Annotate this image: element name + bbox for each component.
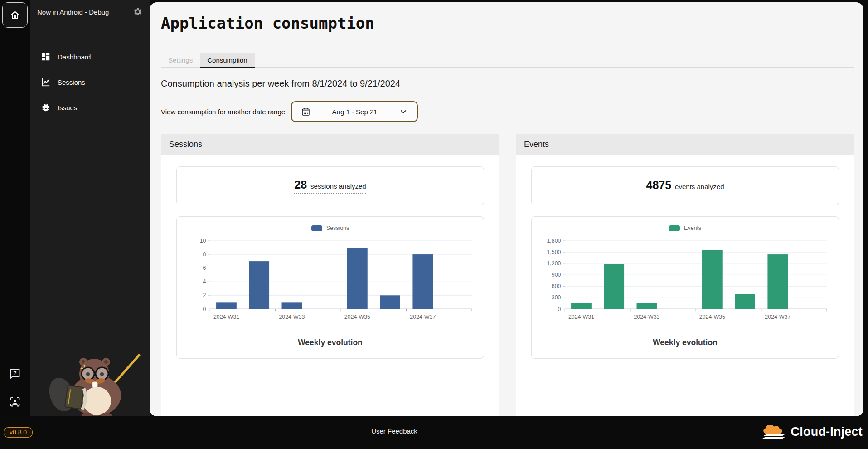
events-card: Events 4875 events analyzed Events 03006… bbox=[516, 134, 854, 416]
svg-text:600: 600 bbox=[552, 283, 561, 289]
svg-text:2024-W37: 2024-W37 bbox=[765, 314, 790, 320]
sidebar-item-label: Issues bbox=[58, 104, 77, 112]
app-selector-title[interactable]: Now in Android - Debug bbox=[37, 8, 109, 16]
svg-text:0: 0 bbox=[203, 306, 206, 312]
sessions-stat-value: 28 bbox=[294, 178, 307, 191]
svg-text:900: 900 bbox=[552, 272, 561, 278]
bug-icon bbox=[41, 102, 51, 112]
events-bar-chart: 03006009001,2001,5001,8002024-W312024-W3… bbox=[537, 237, 833, 332]
home-button[interactable] bbox=[2, 2, 28, 28]
tab-consumption[interactable]: Consumption bbox=[200, 53, 254, 68]
events-chart-box: Events 03006009001,2001,5001,8002024-W31… bbox=[531, 216, 839, 359]
sessions-chart-title: Weekly evolution bbox=[182, 338, 478, 347]
events-legend-label: Events bbox=[684, 225, 701, 231]
footer: v0.8.0 User Feedback Cloud-Inject bbox=[0, 416, 868, 449]
date-range-button[interactable]: Aug 1 - Sep 21 bbox=[291, 101, 418, 122]
sessions-chart-box: Sessions 02468102024-W312024-W332024-W35… bbox=[176, 216, 484, 359]
svg-text:2024-W31: 2024-W31 bbox=[568, 314, 594, 320]
calendar-icon bbox=[301, 107, 310, 117]
sessions-card: Sessions 28 sessions analyzed Sessions 0… bbox=[161, 134, 499, 416]
sidebar-divider bbox=[37, 23, 142, 23]
date-range-value: Aug 1 - Sep 21 bbox=[332, 108, 378, 116]
events-stat: 4875 events analyzed bbox=[646, 179, 724, 194]
events-stat-label: events analyzed bbox=[675, 183, 724, 190]
sidebar-item-sessions[interactable]: Sessions bbox=[30, 69, 150, 95]
tab-bar: Settings Consumption bbox=[161, 53, 854, 68]
sessions-bar-chart: 02468102024-W312024-W332024-W352024-W37 bbox=[182, 237, 478, 332]
svg-text:6: 6 bbox=[203, 265, 206, 271]
svg-text:2024-W33: 2024-W33 bbox=[279, 314, 305, 320]
events-chart-title: Weekly evolution bbox=[537, 338, 833, 347]
help-feedback-icon[interactable]: ? bbox=[9, 367, 21, 380]
section-heading: Consumption analysis per week from 8/1/2… bbox=[161, 78, 854, 89]
date-filter-label: View consumption for another date range bbox=[161, 108, 285, 116]
user-capture-icon[interactable] bbox=[9, 395, 21, 408]
main-panel: Application consumption Settings Consump… bbox=[150, 2, 863, 416]
line-chart-icon bbox=[41, 77, 51, 87]
svg-text:?: ? bbox=[13, 370, 17, 376]
gear-icon[interactable] bbox=[133, 7, 142, 16]
user-feedback-link[interactable]: User Feedback bbox=[371, 427, 417, 435]
sessions-stat-label: sessions analyzed bbox=[310, 182, 366, 190]
events-stat-value: 4875 bbox=[646, 179, 671, 192]
chevron-down-icon bbox=[399, 107, 408, 116]
left-rail: ? bbox=[0, 0, 30, 416]
events-legend[interactable]: Events bbox=[537, 225, 833, 231]
svg-text:2024-W31: 2024-W31 bbox=[213, 314, 239, 320]
events-card-header: Events bbox=[516, 134, 854, 155]
sidebar-item-issues[interactable]: Issues bbox=[30, 95, 150, 120]
home-icon bbox=[10, 10, 20, 20]
svg-text:10: 10 bbox=[200, 238, 206, 244]
sessions-stat[interactable]: 28 sessions analyzed bbox=[294, 178, 366, 194]
svg-text:8: 8 bbox=[203, 251, 206, 258]
sessions-stat-box: 28 sessions analyzed bbox=[176, 166, 484, 205]
sessions-legend-swatch bbox=[311, 225, 322, 231]
sidebar: Now in Android - Debug Dashboard Session… bbox=[30, 0, 150, 416]
svg-text:2024-W37: 2024-W37 bbox=[410, 314, 436, 320]
svg-text:2: 2 bbox=[203, 292, 206, 298]
svg-text:4: 4 bbox=[203, 278, 206, 285]
svg-text:300: 300 bbox=[552, 294, 561, 301]
svg-text:1,800: 1,800 bbox=[547, 238, 561, 244]
svg-text:2024-W33: 2024-W33 bbox=[634, 314, 659, 320]
sessions-legend[interactable]: Sessions bbox=[182, 225, 478, 231]
events-stat-box: 4875 events analyzed bbox=[531, 166, 839, 205]
events-legend-swatch bbox=[669, 225, 680, 231]
brand-name: Cloud-Inject bbox=[791, 425, 863, 439]
svg-text:0: 0 bbox=[558, 306, 561, 312]
sidebar-item-label: Dashboard bbox=[58, 53, 91, 61]
cloud-inject-logo-icon bbox=[761, 423, 786, 441]
brand-logo: Cloud-Inject bbox=[761, 423, 863, 441]
sessions-legend-label: Sessions bbox=[326, 225, 349, 231]
svg-text:1,500: 1,500 bbox=[547, 249, 561, 255]
svg-text:2024-W35: 2024-W35 bbox=[344, 314, 370, 320]
version-badge: v0.8.0 bbox=[4, 427, 33, 438]
svg-text:2024-W35: 2024-W35 bbox=[699, 314, 725, 320]
dashboard-grid-icon bbox=[41, 52, 51, 62]
sidebar-nav: Dashboard Sessions Issues bbox=[30, 44, 150, 120]
beaver-mascot bbox=[43, 353, 147, 416]
page-title: Application consumption bbox=[161, 14, 854, 32]
sidebar-item-label: Sessions bbox=[58, 78, 85, 86]
sessions-card-header: Sessions bbox=[161, 134, 499, 155]
sidebar-item-dashboard[interactable]: Dashboard bbox=[30, 44, 150, 69]
tab-settings[interactable]: Settings bbox=[161, 53, 200, 67]
svg-text:1,200: 1,200 bbox=[547, 260, 561, 267]
